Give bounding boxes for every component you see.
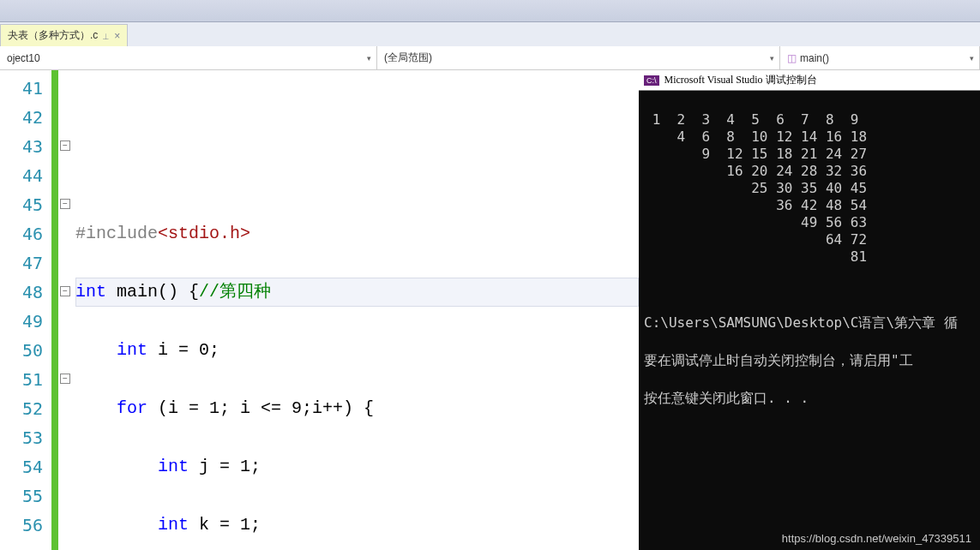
line-number: 56 [0,511,43,540]
cube-icon: ◫ [787,52,797,64]
change-indicator [51,70,58,550]
main-area: 41424344454647484950515253545556 −−−− #i… [0,70,980,550]
project-dropdown[interactable]: oject10 ▾ [0,46,377,69]
chevron-down-icon: ▾ [770,54,774,63]
chevron-down-icon: ▾ [367,54,371,63]
console-title-text: Microsoft Visual Studio 调试控制台 [664,73,817,87]
project-dropdown-label: oject10 [7,52,40,64]
console-line: 9 12 15 18 21 24 27 [644,146,975,163]
line-number: 48 [0,278,43,307]
line-number: 43 [0,132,43,161]
console-line: 64 72 [644,231,975,248]
watermark: https://blog.csdn.net/weixin_47339511 [782,532,971,545]
console-line: 16 20 24 28 32 36 [644,163,975,180]
line-number: 46 [0,219,43,248]
line-number: 41 [0,74,43,103]
line-number: 54 [0,452,43,481]
code-editor[interactable]: 41424344454647484950515253545556 −−−− #i… [0,70,639,550]
fold-toggle[interactable]: − [60,374,70,384]
fold-column: −−−− [58,70,75,550]
console-line: 按任意键关闭此窗口. . . [644,389,975,408]
console-line: 81 [644,248,975,266]
line-number: 49 [0,307,43,336]
tab-label: 夬表（多种方式）.c [8,28,98,43]
line-number: 55 [0,481,43,511]
fold-toggle[interactable]: − [60,199,70,209]
console-line: 4 6 8 10 12 14 16 18 [644,129,975,146]
line-number: 50 [0,336,43,365]
line-number-gutter: 41424344454647484950515253545556 [0,70,51,550]
nav-dropdown-bar: oject10 ▾ (全局范围) ▾ ◫ main() ▾ [0,46,980,70]
fold-toggle[interactable]: − [60,286,70,296]
console-line: C:\Users\SAMSUNG\Desktop\C语言\第六章 循 [644,314,975,332]
code-content[interactable]: #include<stdio.h> int main() {//第四种 int … [75,70,639,550]
debug-console: C:\ Microsoft Visual Studio 调试控制台 1 2 3 … [639,70,980,550]
function-dropdown[interactable]: ◫ main() ▾ [780,46,980,69]
line-number: 44 [0,161,43,190]
file-tab[interactable]: 夬表（多种方式）.c ⟂ × [0,24,128,46]
line-number: 51 [0,365,43,394]
console-line: 25 30 35 40 45 [644,180,975,197]
line-number: 45 [0,190,43,219]
line-number: 52 [0,394,43,423]
tab-bar: 夬表（多种方式）.c ⟂ × [0,22,980,46]
pin-icon[interactable]: ⟂ [103,31,109,41]
console-line: 1 2 3 4 5 6 7 8 9 [644,111,975,129]
fold-toggle[interactable]: − [60,140,70,151]
console-line: 36 42 48 54 [644,197,975,214]
code-line: for (i = 1; i <= 9;i++) { [75,394,639,423]
top-toolbar [0,0,980,22]
function-dropdown-label: main() [800,52,829,64]
scope-dropdown-label: (全局范围) [384,51,432,65]
line-number: 53 [0,423,43,452]
scope-dropdown[interactable]: (全局范围) ▾ [377,46,780,69]
console-line: 49 56 63 [644,214,975,231]
code-line: int j = 1; [75,452,639,481]
code-line: int main() {//第四种 [75,278,639,307]
vs-icon: C:\ [644,75,659,86]
close-icon[interactable]: × [114,30,120,42]
code-line: int i = 0; [75,336,639,365]
console-titlebar[interactable]: C:\ Microsoft Visual Studio 调试控制台 [639,70,980,91]
code-line: #include<stdio.h> [75,219,639,248]
chevron-down-icon: ▾ [970,54,974,63]
console-output[interactable]: 1 2 3 4 5 6 7 8 9 4 6 8 10 12 14 16 18 9… [639,91,980,464]
line-number: 47 [0,248,43,278]
console-line: 要在调试停止时自动关闭控制台，请启用"工 [644,351,975,370]
code-line: int k = 1; [75,511,639,540]
line-number: 42 [0,103,43,132]
